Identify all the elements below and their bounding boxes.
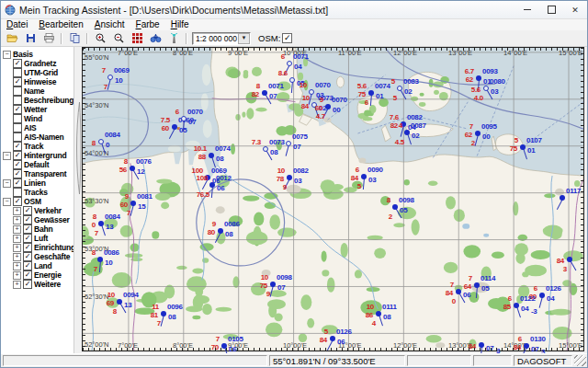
layer-checkbox[interactable]: ✓ bbox=[13, 105, 22, 114]
expand-icon[interactable]: + bbox=[13, 262, 21, 270]
expand-icon[interactable]: + bbox=[13, 235, 21, 243]
menu-datei[interactable]: Datei bbox=[1, 19, 33, 30]
layer-checkbox[interactable]: ✓ bbox=[23, 270, 32, 280]
close-button[interactable]: ✕ bbox=[563, 1, 587, 18]
expand-icon[interactable]: + bbox=[13, 244, 21, 252]
expand-icon[interactable]: + bbox=[13, 207, 21, 215]
layer-checkbox[interactable] bbox=[13, 188, 22, 197]
layer-checkbox[interactable]: ✓ bbox=[23, 215, 32, 224]
station-dot bbox=[397, 86, 402, 91]
station-value: 10 bbox=[107, 292, 115, 299]
expand-icon[interactable]: + bbox=[13, 281, 21, 289]
menu-ansicht[interactable]: Ansicht bbox=[89, 19, 130, 30]
station-code: 03 bbox=[491, 88, 498, 96]
expand-icon[interactable]: + bbox=[13, 216, 21, 224]
station-value: 9 bbox=[125, 193, 129, 201]
tree-item-hinweise[interactable]: ✓Hinweise bbox=[1, 77, 74, 86]
print-button[interactable] bbox=[40, 30, 58, 47]
title-bar[interactable]: Mein Tracking Assistent - [D:\Users\Dirk… bbox=[1, 1, 587, 19]
layer-checkbox[interactable] bbox=[13, 86, 22, 96]
layer-checkbox[interactable]: ✓ bbox=[13, 142, 22, 151]
beacon-button[interactable] bbox=[164, 30, 183, 47]
layer-checkbox[interactable]: ✓ bbox=[13, 77, 22, 86]
map-canvas[interactable]: 7°00'E7°00'E8°00'E8°00'E9°00'E9°00'E10°0… bbox=[82, 47, 584, 351]
maximize-button[interactable] bbox=[539, 1, 563, 18]
osm-checkbox[interactable]: ✓ bbox=[282, 33, 292, 43]
tree-item-utm-grid[interactable]: UTM-Grid bbox=[1, 68, 74, 77]
layer-checkbox[interactable]: ✓ bbox=[23, 243, 32, 252]
zoom-out-button[interactable] bbox=[109, 30, 128, 47]
layer-checkbox[interactable]: ✓ bbox=[23, 280, 32, 289]
layer-checkbox[interactable] bbox=[13, 123, 22, 132]
layer-checkbox[interactable]: ✓ bbox=[23, 224, 32, 234]
tree-item-geschäfte[interactable]: +✓Geschäfte bbox=[1, 252, 74, 261]
tree-item-basis[interactable]: −Basis bbox=[1, 50, 74, 59]
chevron-down-icon[interactable]: ▼ bbox=[238, 33, 250, 44]
tree-item-gewässer[interactable]: +✓Gewässer bbox=[1, 215, 74, 224]
layer-checkbox[interactable] bbox=[13, 68, 22, 77]
tree-item-wetter[interactable]: ✓Wetter bbox=[1, 105, 74, 114]
layer-checkbox[interactable] bbox=[13, 114, 22, 123]
toolbar: 1:2 000 000 ▼ OSM: ✓ bbox=[1, 30, 587, 47]
tree-item-osm[interactable]: −✓OSM bbox=[1, 197, 74, 206]
tree-item-beschreibung[interactable]: Beschreibung bbox=[1, 96, 74, 105]
layer-checkbox[interactable]: ✓ bbox=[13, 169, 22, 178]
tree-item-einrichtungen[interactable]: +✓Einrichtungen bbox=[1, 243, 74, 252]
menu-hilfe[interactable]: Hilfe bbox=[165, 19, 195, 30]
layer-checkbox[interactable]: ✓ bbox=[23, 252, 32, 261]
collapse-icon[interactable]: − bbox=[3, 179, 11, 188]
grid-button[interactable] bbox=[128, 30, 146, 47]
layer-checkbox[interactable]: ✓ bbox=[23, 261, 32, 270]
station-id: 0105 bbox=[228, 336, 243, 343]
menu-bearbeiten[interactable]: Bearbeiten bbox=[33, 19, 88, 30]
station-code: 00 bbox=[333, 107, 340, 114]
collapse-icon[interactable]: − bbox=[3, 198, 11, 206]
tree-item-energie[interactable]: +✓Energie bbox=[1, 270, 74, 280]
station-value: 8 bbox=[92, 249, 96, 257]
layer-checkbox[interactable]: ✓ bbox=[13, 151, 22, 160]
layer-checkbox[interactable]: ✓ bbox=[23, 234, 32, 243]
tree-item-track[interactable]: ✓Track bbox=[1, 142, 74, 151]
layer-checkbox[interactable]: ✓ bbox=[13, 178, 22, 188]
tree-item-linien[interactable]: −✓Linien bbox=[1, 178, 74, 188]
station-value: 6 bbox=[175, 109, 179, 116]
station-dot bbox=[218, 228, 223, 234]
tree-item-bahn[interactable]: +✓Bahn bbox=[1, 224, 74, 234]
collapse-icon[interactable]: − bbox=[3, 152, 11, 160]
tree-item-transparent[interactable]: ✓Transparent bbox=[1, 169, 74, 178]
splitter-handle[interactable] bbox=[74, 47, 82, 353]
layer-checkbox[interactable]: ✓ bbox=[13, 197, 22, 206]
station-value: 7.3 bbox=[252, 139, 261, 146]
tree-item-land[interactable]: +✓Land bbox=[1, 261, 74, 270]
copy-button[interactable] bbox=[65, 30, 84, 47]
tree-item-wind[interactable]: Wind bbox=[1, 114, 74, 123]
layer-checkbox[interactable]: ✓ bbox=[23, 206, 32, 215]
expand-icon[interactable]: + bbox=[13, 253, 21, 261]
tree-item-default[interactable]: ✓Default bbox=[1, 160, 74, 169]
open-button[interactable] bbox=[3, 30, 21, 47]
tree-item-ais-namen[interactable]: AIS-Namen bbox=[1, 132, 74, 142]
resize-grip[interactable] bbox=[574, 355, 586, 366]
tree-item-gradnetz[interactable]: ✓Gradnetz bbox=[1, 59, 74, 68]
layer-checkbox[interactable] bbox=[13, 96, 22, 105]
minimize-button[interactable] bbox=[515, 1, 539, 18]
tree-item-verkehr[interactable]: +✓Verkehr bbox=[1, 206, 74, 215]
zoom-in-button[interactable] bbox=[91, 30, 109, 47]
save-button[interactable] bbox=[21, 30, 40, 47]
tree-item-name[interactable]: Name bbox=[1, 86, 74, 96]
layer-checkbox[interactable] bbox=[13, 132, 22, 142]
menu-farbe[interactable]: Farbe bbox=[130, 19, 165, 30]
tree-item-ais[interactable]: AIS bbox=[1, 123, 74, 132]
collapse-icon[interactable]: − bbox=[3, 51, 11, 59]
tree-item-luft[interactable]: +✓Luft bbox=[1, 234, 74, 243]
tree-item-weitere[interactable]: +✓Weitere bbox=[1, 280, 74, 289]
layer-checkbox[interactable]: ✓ bbox=[13, 59, 22, 68]
expand-icon[interactable]: + bbox=[13, 271, 21, 280]
scale-combobox[interactable]: 1:2 000 000 ▼ bbox=[192, 32, 251, 45]
expand-icon[interactable]: + bbox=[13, 225, 21, 234]
tree-item-hintergrund[interactable]: −✓Hintergrund bbox=[1, 151, 74, 160]
find-button[interactable] bbox=[146, 30, 164, 47]
tree-item-tracks[interactable]: Tracks bbox=[1, 188, 74, 197]
station-value: 75 bbox=[260, 282, 267, 290]
layer-checkbox[interactable]: ✓ bbox=[13, 160, 22, 169]
